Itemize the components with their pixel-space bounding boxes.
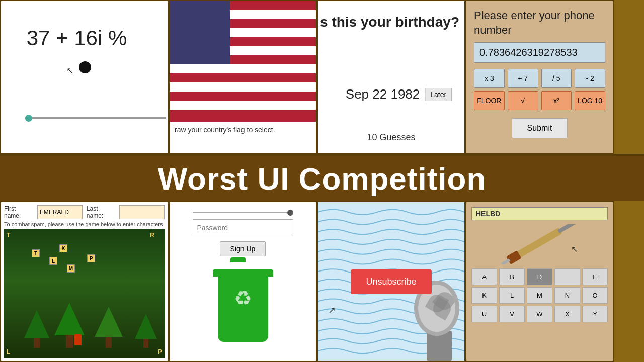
- border-t: T: [7, 232, 10, 239]
- cursor-arrow: ↗: [328, 305, 336, 316]
- birthday-panel: s this your birthday? garlic Sep 22 1982…: [317, 0, 465, 154]
- border-l2: L: [7, 348, 10, 355]
- last-name-input[interactable]: [119, 205, 165, 219]
- password-input[interactable]: [193, 219, 293, 236]
- signup-slider-line: [193, 212, 293, 213]
- phone-btn-plus7[interactable]: + 7: [508, 69, 538, 88]
- recycle-icon: ♻: [234, 287, 252, 310]
- phone-btn-x3[interactable]: x 3: [474, 69, 505, 88]
- slider-container: [193, 212, 293, 213]
- svg-rect-11: [170, 92, 316, 101]
- svg-rect-10: [170, 82, 316, 92]
- kb-key-y[interactable]: Y: [582, 306, 608, 322]
- guesses-count: 10 Guesses: [367, 132, 415, 143]
- birthday-question: s this your birthday?: [320, 14, 459, 30]
- phone-btn-log[interactable]: LOG 10: [575, 91, 605, 110]
- math-slider-line: [25, 117, 166, 119]
- flag-image: [170, 1, 316, 122]
- flag-panel: raw your country's flag to select.: [169, 0, 317, 154]
- kb-key-u[interactable]: U: [471, 306, 497, 322]
- signup-button[interactable]: Sign Up: [220, 241, 266, 256]
- phone-title: Please enter your phone number: [474, 9, 605, 37]
- phone-submit-button[interactable]: Submit: [512, 118, 568, 138]
- phone-panel: Please enter your phone number 0.7836426…: [465, 0, 614, 154]
- letter-t: T: [32, 249, 40, 257]
- math-panel: 37 + 16i % ↖: [0, 0, 169, 154]
- tree3: [95, 307, 123, 348]
- game-character: [74, 334, 82, 345]
- bottom-grid: First name: Last name: To combat spam, p…: [0, 201, 644, 362]
- svg-rect-17: [557, 224, 577, 233]
- phone-buttons-row2: FLOOR √ x² LOG 10: [474, 91, 605, 110]
- later-button[interactable]: Later: [425, 88, 452, 101]
- kb-key-w[interactable]: W: [527, 306, 552, 322]
- kb-row-1: A B D E: [471, 268, 608, 285]
- svg-rect-9: [170, 73, 316, 82]
- phone-btn-sq[interactable]: x²: [541, 91, 572, 110]
- first-name-input[interactable]: [37, 205, 83, 219]
- first-name-label: First name:: [4, 205, 33, 219]
- unsubscribe-panel: Unsubscribe ↗: [317, 201, 465, 362]
- svg-rect-16: [515, 227, 562, 258]
- kb-key-e[interactable]: E: [582, 268, 608, 285]
- top-grid: 37 + 16i % ↖: [0, 0, 644, 156]
- math-circle: [79, 61, 91, 73]
- kb-row-3: U V W X Y: [471, 306, 608, 322]
- kb-key-l[interactable]: L: [499, 287, 525, 304]
- math-slider-dot[interactable]: [25, 115, 32, 122]
- kb-key-k[interactable]: K: [471, 287, 497, 304]
- kb-key-b[interactable]: B: [499, 268, 525, 285]
- phone-display: 0.7836426319278533: [474, 42, 605, 63]
- kb-key-v[interactable]: V: [499, 306, 525, 322]
- spam-text: To combat spam, please use the game belo…: [4, 221, 165, 227]
- letter-l: L: [49, 257, 57, 265]
- kb-key-x[interactable]: X: [554, 306, 580, 322]
- game-header: First name: Last name:: [4, 205, 165, 219]
- keyboard-rows: A B D E K L M N O U V W X Y: [471, 268, 608, 322]
- svg-rect-14: [170, 1, 230, 64]
- unsubscribe-button[interactable]: Unsubscribe: [351, 269, 431, 294]
- phone-btn-sqrt[interactable]: √: [508, 91, 538, 110]
- game-captcha-panel: First name: Last name: To combat spam, p…: [0, 201, 169, 362]
- phone-btn-div5[interactable]: / 5: [541, 69, 572, 88]
- svg-rect-8: [170, 64, 316, 73]
- math-expression: 37 + 16i %: [27, 26, 127, 50]
- tree4: [135, 314, 157, 348]
- svg-rect-13: [170, 110, 316, 119]
- birthday-row: garlic Sep 22 1982 Later: [331, 86, 452, 102]
- letter-m: M: [67, 264, 75, 273]
- phone-btn-floor[interactable]: FLOOR: [474, 91, 505, 110]
- banner-title: Worst UI Competition: [158, 161, 487, 197]
- game-screen: T K L M P T R L P: [4, 229, 165, 358]
- birthday-date: Sep 22 1982: [346, 86, 420, 102]
- border-r: R: [150, 232, 154, 239]
- kb-key-d[interactable]: D: [527, 268, 552, 285]
- kb-cursor: ↖: [571, 244, 578, 254]
- trash-container: ♻: [218, 272, 268, 342]
- signup-slider-knob[interactable]: [287, 210, 293, 216]
- flag-caption: raw your country's flag to select.: [170, 122, 280, 138]
- kb-key-a[interactable]: A: [471, 268, 497, 285]
- keyboard-panel: HELBD ↖ A B D E: [465, 201, 614, 362]
- trash-lid-handle: [230, 257, 246, 262]
- letter-p: P: [87, 254, 95, 262]
- tool-svg: [471, 224, 608, 264]
- border-p2: P: [158, 348, 162, 355]
- flag-svg: [170, 1, 316, 122]
- kb-key-empty[interactable]: [554, 268, 580, 285]
- keyboard-image-area: ↖: [471, 224, 608, 264]
- tree1: [24, 310, 49, 348]
- kb-key-m[interactable]: M: [527, 287, 552, 304]
- banner: Worst UI Competition: [0, 156, 644, 201]
- kb-key-n[interactable]: N: [554, 287, 580, 304]
- keyboard-display: HELBD: [471, 207, 608, 220]
- kb-row-2: K L M N O: [471, 287, 608, 304]
- phone-buttons-row1: x 3 + 7 / 5 - 2: [474, 69, 605, 88]
- math-cursor: ↖: [66, 65, 74, 76]
- kb-key-o[interactable]: O: [582, 287, 608, 304]
- letter-k: K: [59, 244, 67, 252]
- phone-btn-minus2[interactable]: - 2: [575, 69, 605, 88]
- svg-rect-19: [501, 258, 511, 264]
- signup-panel: Sign Up ♻: [169, 201, 317, 362]
- trash-can: ♻: [218, 277, 268, 342]
